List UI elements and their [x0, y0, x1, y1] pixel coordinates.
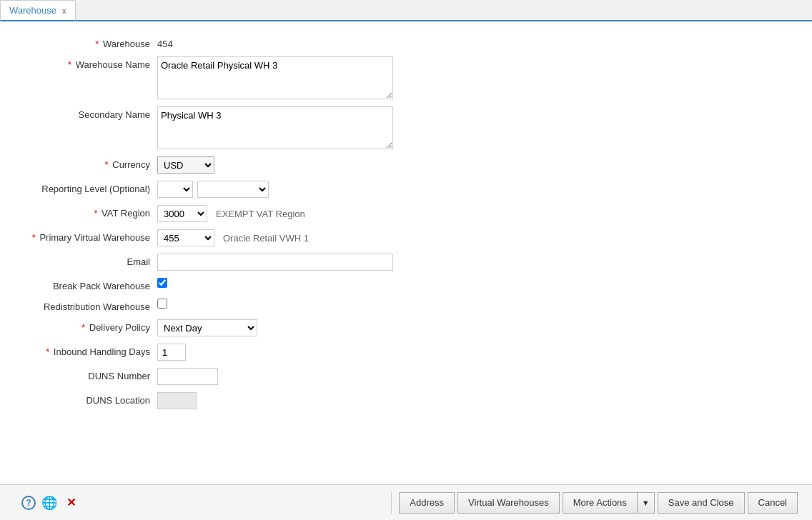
- redistribution-row: Redistribution Warehouse: [0, 299, 812, 312]
- delivery-policy-row: * Delivery Policy Next Day Same Day Stan…: [0, 319, 812, 336]
- virtual-warehouses-button[interactable]: Virtual Warehouses: [457, 492, 560, 514]
- warehouse-name-required-star: *: [68, 59, 71, 70]
- redistribution-control: [157, 299, 798, 309]
- currency-row: * Currency USD EUR GBP: [0, 156, 812, 174]
- warehouse-name-row: * Warehouse Name Oracle Retail Physical …: [0, 56, 812, 99]
- reporting-level-select-2[interactable]: [197, 181, 269, 198]
- secondary-name-row: Secondary Name Physical WH 3: [0, 106, 812, 149]
- reporting-level-label: Reporting Level (Optional): [14, 181, 157, 194]
- toolbar-icons: ? 🌐 ✕: [14, 495, 79, 511]
- help-icon[interactable]: ?: [21, 496, 36, 510]
- inbound-handling-label: * Inbound Handling Days: [14, 344, 157, 357]
- email-control: [157, 254, 798, 271]
- toolbar-separator: [391, 492, 392, 514]
- more-actions-group: More Actions ▼: [563, 492, 655, 514]
- cancel-button[interactable]: Cancel: [748, 492, 798, 514]
- bottom-toolbar: ? 🌐 ✕ Address Virtual Warehouses More Ac…: [0, 484, 812, 520]
- address-button[interactable]: Address: [399, 492, 455, 514]
- email-input[interactable]: [157, 254, 393, 271]
- vat-region-control: 3000 EXEMPT VAT Region: [157, 205, 798, 222]
- close-red-icon[interactable]: ✕: [63, 495, 79, 511]
- primary-vw-text: Oracle Retail VWH 1: [223, 233, 309, 244]
- reporting-level-control: [157, 181, 798, 198]
- delivery-policy-select[interactable]: Next Day Same Day Standard: [157, 319, 257, 336]
- warehouse-name-control: Oracle Retail Physical WH 3: [157, 56, 798, 99]
- break-pack-control: [157, 278, 798, 288]
- duns-number-row: DUNS Number: [0, 368, 812, 385]
- inbound-handling-input[interactable]: [157, 344, 186, 361]
- tab-warehouse[interactable]: Warehouse x: [0, 0, 76, 21]
- redistribution-checkbox[interactable]: [157, 299, 167, 309]
- currency-label: * Currency: [14, 156, 157, 170]
- duns-location-label: DUNS Location: [14, 392, 157, 406]
- vat-region-row: * VAT Region 3000 EXEMPT VAT Region: [0, 205, 812, 222]
- delivery-policy-control: Next Day Same Day Standard: [157, 319, 798, 336]
- vat-region-required-star: *: [94, 208, 97, 219]
- tab-bar: Warehouse x: [0, 0, 812, 21]
- primary-vw-row: * Primary Virtual Warehouse 455 Oracle R…: [0, 229, 812, 246]
- vat-region-label: * VAT Region: [14, 205, 157, 219]
- break-pack-label: Break Pack Warehouse: [14, 278, 157, 291]
- tab-close-icon[interactable]: x: [62, 6, 66, 15]
- reporting-level-select-1[interactable]: [157, 181, 193, 198]
- warehouse-required-star: *: [95, 39, 99, 49]
- tab-warehouse-label: Warehouse: [9, 5, 56, 16]
- duns-location-row: DUNS Location: [0, 392, 812, 409]
- email-row: Email: [0, 254, 812, 271]
- warehouse-value: 454: [157, 36, 173, 49]
- inbound-handling-row: * Inbound Handling Days: [0, 344, 812, 361]
- warehouse-row: * Warehouse 454: [0, 36, 812, 49]
- delivery-policy-required-star: *: [81, 322, 85, 333]
- duns-location-input[interactable]: [157, 392, 197, 409]
- break-pack-checkbox[interactable]: [157, 278, 167, 288]
- primary-vw-required-star: *: [32, 232, 36, 243]
- vat-region-select[interactable]: 3000: [157, 205, 207, 222]
- reporting-level-row: Reporting Level (Optional): [0, 181, 812, 198]
- inbound-handling-required-star: *: [46, 346, 49, 357]
- vat-region-text: EXEMPT VAT Region: [216, 209, 305, 219]
- redistribution-label: Redistribution Warehouse: [14, 299, 157, 312]
- warehouse-name-label: * Warehouse Name: [14, 56, 157, 70]
- warehouse-name-input[interactable]: Oracle Retail Physical WH 3: [157, 56, 393, 99]
- more-actions-button[interactable]: More Actions: [563, 492, 637, 514]
- inbound-handling-control: [157, 344, 798, 361]
- more-actions-dropdown-icon[interactable]: ▼: [637, 492, 655, 514]
- warehouse-value-area: 454: [157, 36, 798, 49]
- save-close-button[interactable]: Save and Close: [658, 492, 745, 514]
- email-label: Email: [14, 254, 157, 267]
- form-area: * Warehouse 454 * Warehouse Name Oracle …: [0, 21, 812, 484]
- primary-vw-select[interactable]: 455: [157, 229, 214, 246]
- currency-required-star: *: [105, 159, 109, 170]
- secondary-name-input[interactable]: Physical WH 3: [157, 106, 393, 149]
- secondary-name-label: Secondary Name: [14, 106, 157, 120]
- warehouse-label: * Warehouse: [14, 36, 157, 49]
- duns-number-label: DUNS Number: [14, 368, 157, 381]
- globe-icon[interactable]: 🌐: [41, 495, 57, 511]
- duns-number-control: [157, 368, 798, 385]
- currency-select[interactable]: USD EUR GBP: [157, 156, 214, 174]
- currency-control: USD EUR GBP: [157, 156, 798, 174]
- primary-vw-label: * Primary Virtual Warehouse: [14, 229, 157, 243]
- delivery-policy-label: * Delivery Policy: [14, 319, 157, 333]
- secondary-name-control: Physical WH 3: [157, 106, 798, 149]
- duns-number-input[interactable]: [157, 368, 218, 385]
- primary-vw-control: 455 Oracle Retail VWH 1: [157, 229, 798, 246]
- break-pack-row: Break Pack Warehouse: [0, 278, 812, 291]
- duns-location-control: [157, 392, 798, 409]
